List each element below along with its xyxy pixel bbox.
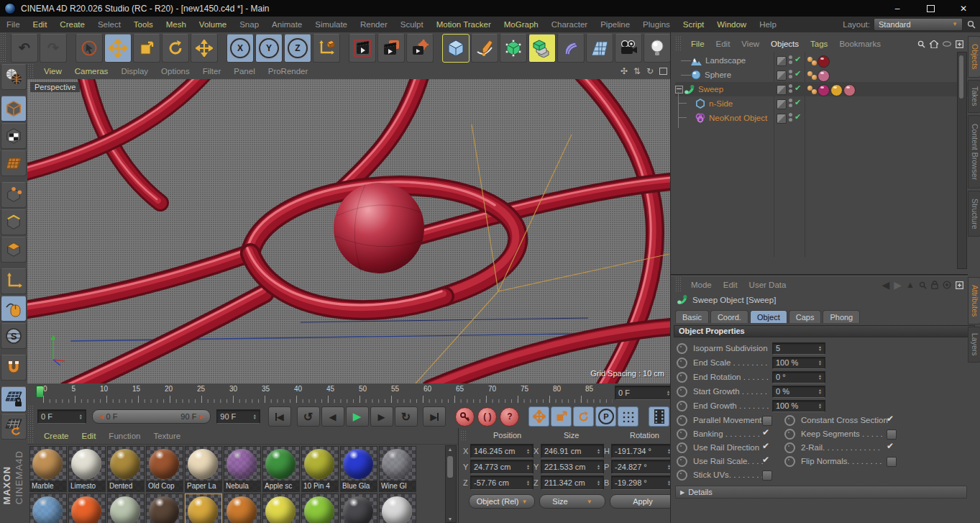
layer-toggle[interactable] [777,71,787,81]
om-search-icon[interactable] [917,40,925,48]
keyframe-ring-icon[interactable] [677,470,687,481]
redo-button[interactable]: ↷ [40,34,67,63]
material-item[interactable]: Paper La [185,446,222,492]
om-scrollbar[interactable] [957,52,967,269]
viewport-camera-label[interactable]: Perspective [30,82,80,92]
end-rotation-field[interactable]: 0 °▲▼ [772,371,825,383]
maximize-button[interactable] [914,0,947,17]
parent-object-icon[interactable]: ▲ [906,280,915,290]
workplane-mode-button[interactable] [1,150,27,176]
menu-tools[interactable]: Tools [127,17,160,32]
material-tag[interactable] [843,84,856,96]
material-item[interactable] [146,494,183,523]
om-menu-edit[interactable]: Edit [710,40,736,48]
material-item[interactable] [379,494,416,523]
visibility-dots[interactable] [789,84,792,94]
flip-normals-checkbox[interactable] [887,457,897,467]
om-menu-bookmarks[interactable]: Bookmarks [833,40,887,48]
tab-phong[interactable]: Phong [823,310,860,323]
viewport-menu-filter[interactable]: Filter [196,67,228,76]
layer-toggle[interactable] [777,114,787,124]
material-item[interactable] [340,494,377,523]
tab-basic[interactable]: Basic [675,310,709,323]
material-item[interactable]: Dented [107,446,145,492]
menu-animate[interactable]: Animate [265,17,308,32]
live-selection-button[interactable] [75,34,103,63]
om-eye-icon[interactable] [943,41,951,47]
layer-toggle[interactable] [777,85,787,95]
minimize-button[interactable]: – [881,0,914,17]
range-left-arrow-icon[interactable]: ◀ [99,413,104,420]
keyframe-ring-icon[interactable] [677,415,687,426]
am-menu-userdata[interactable]: User Data [743,281,792,289]
key-point-level-button[interactable] [618,406,638,427]
current-frame-field[interactable]: 0 F▲▼ [615,386,674,400]
enable-check[interactable]: ✔ [794,83,801,93]
material-tag[interactable] [818,55,830,68]
light-button[interactable] [644,34,671,63]
material-item[interactable]: Old Cop [146,446,183,492]
menu-render[interactable]: Render [354,17,394,32]
material-item[interactable]: Marble [29,446,67,492]
start-growth-field[interactable]: 0 %▲▼ [772,386,825,398]
previous-frame-button[interactable]: ◀ [321,406,344,427]
keying-help-button[interactable]: ? [500,407,519,427]
make-editable-button[interactable] [1,64,27,90]
rotation-p-field[interactable]: -24.827 °▲▼ [611,460,674,474]
tab-layers[interactable]: Layers [968,327,980,363]
material-item[interactable] [68,494,106,523]
keyframe-ring-icon[interactable] [677,372,687,383]
rotate-view-icon[interactable]: ↻ [646,66,654,76]
menu-help[interactable]: Help [753,17,783,32]
material-menu-edit[interactable]: Edit [75,432,103,440]
two-rail-checkbox[interactable]: ✔ [887,441,894,451]
object-properties-section[interactable]: Object Properties [674,325,975,337]
object-row-nside[interactable]: n-Side [675,96,968,111]
commander-search-icon[interactable] [967,20,976,29]
am-menu-mode[interactable]: Mode [685,281,718,289]
size-z-field[interactable]: 211.342 cm▲▼ [541,476,604,490]
menu-volume[interactable]: Volume [193,17,233,32]
timeline-window-button[interactable] [649,406,669,427]
am-menu-edit[interactable]: Edit [718,281,743,289]
track-icon[interactable] [943,281,951,289]
layout-dropdown[interactable]: Standard▼ [874,18,963,31]
tag-icon[interactable] [812,75,817,80]
material-item[interactable]: Apple sc [262,446,300,492]
key-parameter-button[interactable]: P [595,406,616,427]
menu-window[interactable]: Window [710,17,753,32]
texture-mode-button[interactable] [1,123,27,149]
keyframe-ring-icon[interactable] [784,442,795,453]
use-rail-direction-checkbox[interactable]: ✔ [762,441,769,451]
size-x-field[interactable]: 246.91 cm▲▼ [541,444,604,458]
enable-check[interactable]: ✔ [794,98,801,107]
material-grip[interactable] [27,428,33,444]
om-menu-file[interactable]: File [685,40,710,48]
rotation-h-field[interactable]: -191.734 °▲▼ [611,444,674,458]
keyframe-ring-icon[interactable] [784,415,795,426]
material-tag[interactable] [818,70,830,82]
enable-check[interactable]: ✔ [794,112,801,122]
viewport-grip[interactable] [27,63,33,79]
timeline-ruler[interactable]: 051015202530354045505560657075808590 0 F… [27,383,670,406]
material-item[interactable] [224,494,261,523]
scale-tool-button[interactable] [133,34,160,63]
om-add-panel-icon[interactable] [956,40,963,48]
pan-view-icon[interactable]: ✣ [620,66,628,76]
material-menu-texture[interactable]: Texture [147,432,187,440]
camera-button[interactable] [615,34,642,63]
material-item[interactable]: 10 Pin 4 [301,446,339,492]
rotation-b-field[interactable]: -19.298 °▲▼ [611,476,674,490]
tab-structure[interactable]: Structure [968,191,980,237]
render-settings-button[interactable] [406,34,434,63]
key-scale-button[interactable] [551,406,572,427]
toolbar-grip[interactable] [0,32,6,63]
om-path-icon[interactable] [930,40,938,48]
spinner-icon[interactable]: ▲▼ [664,390,670,396]
menu-script[interactable]: Script [677,17,710,32]
undo-button[interactable]: ↶ [11,34,38,63]
visibility-dots[interactable] [789,70,792,80]
viewport-menu-view[interactable]: View [37,67,68,76]
transport-grip[interactable] [27,405,33,428]
menu-character[interactable]: Character [545,17,595,32]
